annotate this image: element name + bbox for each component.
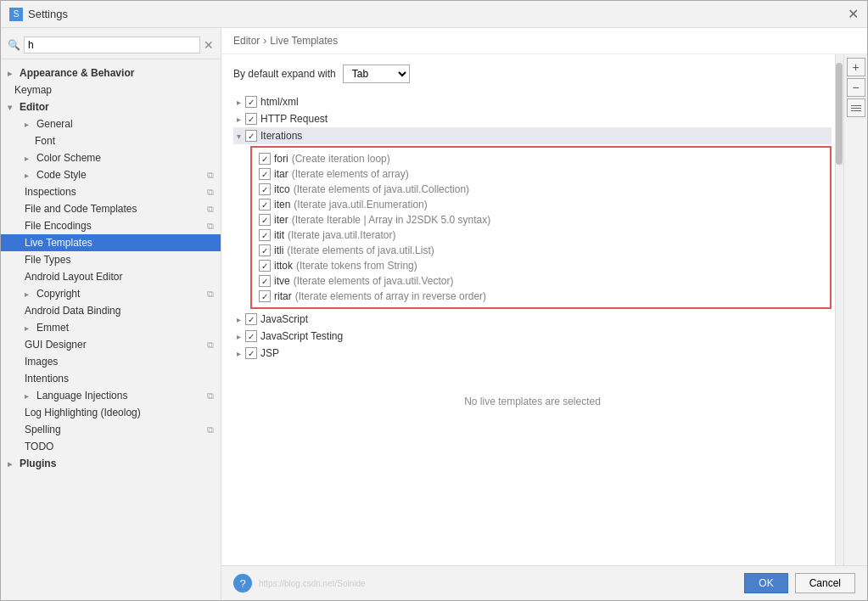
template-abbr-ittok: ittok [274,260,293,272]
search-clear-button[interactable]: ✕ [204,38,214,52]
sidebar-item-general[interactable]: ▸ General [1,115,221,132]
sidebar-item-font[interactable]: Font [1,132,221,149]
sidebar-item-keymap[interactable]: Keymap [1,81,221,98]
sidebar-item-appearance[interactable]: ▸ Appearance & Behavior [1,65,221,81]
template-checkbox-itco[interactable] [259,183,271,195]
sidebar-item-label: File and Code Templates [25,203,137,215]
ok-button[interactable]: OK [744,573,787,593]
cancel-button[interactable]: Cancel [795,573,855,593]
iterations-box: fori (Create iteration loop) itar (Itera… [250,146,832,309]
group-name-jsp: JSP [260,347,279,359]
group-row-http-request[interactable]: ▸ HTTP Request [233,110,832,127]
template-checkbox-ittok[interactable] [259,260,271,272]
template-desc-itve: (Iterate elements of java.util.Vector) [294,275,454,287]
expand-arrow-icon: ▾ [8,103,16,112]
panel-content: By default expand with Tab Enter Space ▸ [221,54,843,565]
group-row-javascript-testing[interactable]: ▸ JavaScript Testing [233,328,832,345]
expand-arrow-icon: ▸ [25,391,33,401]
group-name-javascript: JavaScript [260,313,308,325]
add-template-button[interactable]: + [847,58,865,76]
template-desc-itit: (Iterate java.util.Iterator) [288,229,395,241]
expand-arrow-icon: ▸ [25,120,33,129]
search-input[interactable] [24,37,200,53]
group-row-jsp[interactable]: ▸ JSP [233,345,832,362]
template-abbr-fori: fori [274,153,288,165]
expand-select[interactable]: Tab Enter Space [343,65,410,83]
sidebar-item-code-style[interactable]: ▸ Code Style ⧉ [1,166,221,183]
remove-template-button[interactable]: − [847,78,865,97]
group-checkbox-http-request[interactable] [245,113,257,125]
template-checkbox-iten[interactable] [259,199,271,211]
group-checkbox-jsp[interactable] [245,347,257,359]
template-item-itar[interactable]: itar (Iterate elements of array) [255,166,826,182]
template-item-iter[interactable]: iter (Iterate Iterable | Array in J2SDK … [255,212,826,227]
template-item-itve[interactable]: itve (Iterate elements of java.util.Vect… [255,273,826,289]
template-checkbox-fori[interactable] [259,153,271,165]
template-checkbox-iter[interactable] [259,214,271,226]
sidebar-item-file-encodings[interactable]: File Encodings ⧉ [1,217,221,234]
template-item-iten[interactable]: iten (Iterate java.util.Enumeration) [255,197,826,212]
sidebar-item-label: Editor [20,101,49,113]
sidebar-item-label: Inspections [25,186,76,198]
sidebar-item-label: Copyright [36,288,80,300]
template-item-itco[interactable]: itco (Iterate elements of java.util.Coll… [255,182,826,197]
sidebar-item-language-injections[interactable]: ▸ Language Injections ⧉ [1,387,221,404]
search-box: 🔍 ✕ [1,31,221,59]
sidebar-item-inspections[interactable]: Inspections ⧉ [1,183,221,200]
group-row-iterations[interactable]: ▾ Iterations [233,127,832,144]
sidebar-item-file-code-templates[interactable]: File and Code Templates ⧉ [1,200,221,217]
sidebar-item-label: Color Scheme [36,152,101,164]
no-selection-message: No live templates are selected [233,396,832,407]
group-checkbox-javascript-testing[interactable] [245,330,257,342]
template-checkbox-ritar[interactable] [259,290,271,302]
template-item-itli[interactable]: itli (Iterate elements of java.util.List… [255,243,826,258]
close-button[interactable]: ✕ [848,6,859,22]
sidebar-item-editor[interactable]: ▾ Editor [1,98,221,115]
sidebar-item-label: Code Style [36,169,87,181]
sidebar-item-label: Emmet [36,322,69,334]
sidebar-item-label: General [36,118,73,130]
expand-default-row: By default expand with Tab Enter Space [233,65,832,83]
template-item-ritar[interactable]: ritar (Iterate elements of array in reve… [255,289,826,304]
sidebar-item-label: Font [35,135,55,147]
sidebar-item-file-types[interactable]: File Types [1,251,221,268]
sidebar-item-android-data-binding[interactable]: Android Data Binding [1,302,221,319]
group-checkbox-html-xml[interactable] [245,96,257,108]
template-item-itit[interactable]: itit (Iterate java.util.Iterator) [255,227,826,243]
template-checkbox-itli[interactable] [259,244,271,256]
group-checkbox-iterations[interactable] [245,130,257,142]
sidebar-item-gui-designer[interactable]: GUI Designer ⧉ [1,336,221,353]
copy-template-button[interactable] [847,98,865,117]
sidebar-item-label: GUI Designer [25,339,87,351]
group-checkbox-javascript[interactable] [245,313,257,325]
template-checkbox-itve[interactable] [259,275,271,287]
template-item-fori[interactable]: fori (Create iteration loop) [255,151,826,166]
line2-icon [851,108,861,109]
scrollbar-thumb[interactable] [836,63,843,165]
sidebar-item-intentions[interactable]: Intentions [1,370,221,387]
sidebar-item-images[interactable]: Images [1,353,221,370]
sidebar-item-emmet[interactable]: ▸ Emmet [1,319,221,336]
group-row-javascript[interactable]: ▸ JavaScript [233,311,832,328]
sidebar-item-label: Keymap [14,84,52,96]
bottom-bar: ? https://blog.csdn.net/Soinide OK Cance… [221,565,867,600]
sidebar-item-spelling[interactable]: Spelling ⧉ [1,421,221,438]
sidebar-item-android-layout-editor[interactable]: Android Layout Editor [1,268,221,285]
template-item-ittok[interactable]: ittok (Iterate tokens from String) [255,258,826,273]
sidebar-item-color-scheme[interactable]: ▸ Color Scheme [1,149,221,166]
sidebar-item-todo[interactable]: TODO [1,438,221,455]
scrollbar-track[interactable] [835,54,843,565]
template-abbr-itit: itit [274,229,284,241]
sidebar-item-log-highlighting[interactable]: Log Highlighting (Ideolog) [1,404,221,421]
sidebar-item-plugins[interactable]: ▸ Plugins [1,455,221,472]
expand-arrow-icon: ▸ [25,323,33,333]
sidebar-item-copyright[interactable]: ▸ Copyright ⧉ [1,285,221,302]
help-button[interactable]: ? [233,574,252,593]
template-checkbox-itar[interactable] [259,168,271,180]
template-checkbox-itit[interactable] [259,229,271,241]
copy-icon: ⧉ [207,221,214,232]
group-row-html-xml[interactable]: ▸ html/xml [233,93,832,110]
sidebar-item-label: Live Templates [25,237,92,249]
sidebar-item-label: Intentions [25,373,69,385]
sidebar-item-live-templates[interactable]: Live Templates [1,234,221,251]
